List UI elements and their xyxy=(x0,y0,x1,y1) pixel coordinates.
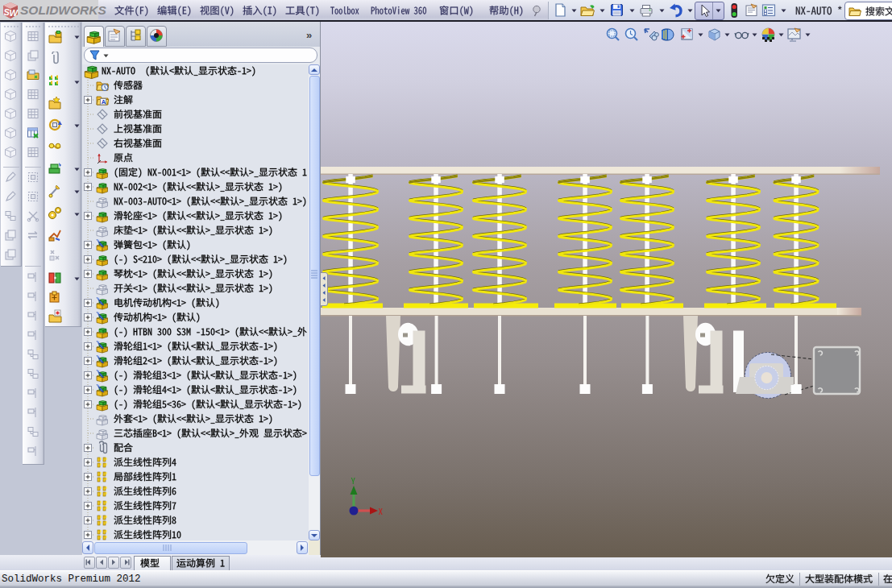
svg-text:W: W xyxy=(10,8,19,18)
